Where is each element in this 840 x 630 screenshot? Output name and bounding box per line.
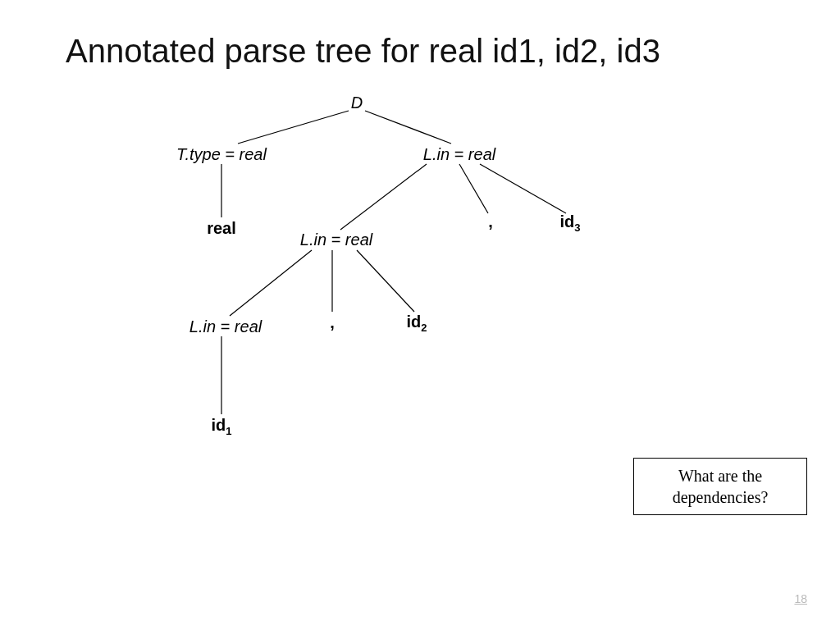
node-id1: id1: [211, 416, 231, 437]
node-comma1: ,: [488, 212, 493, 231]
parse-tree: D T.type = real L.in = real real L.in = …: [131, 90, 623, 484]
node-real: real: [207, 219, 236, 238]
svg-line-0: [238, 111, 349, 144]
page-number: 18: [794, 592, 807, 605]
node-L2: L.in = real: [300, 231, 372, 249]
node-L3: L.in = real: [189, 317, 262, 336]
slide: Annotated parse tree for real id1, id2, …: [0, 0, 840, 630]
svg-line-1: [365, 111, 451, 144]
svg-line-4: [459, 164, 488, 213]
node-comma2: ,: [330, 313, 335, 332]
svg-line-5: [480, 164, 566, 213]
node-L1: L.in = real: [423, 145, 495, 164]
svg-line-3: [340, 164, 427, 230]
node-D: D: [351, 94, 363, 112]
question-box: What are the dependencies?: [633, 458, 807, 515]
node-T-type: T.type = real: [176, 145, 267, 164]
node-id2: id2: [406, 313, 427, 334]
node-id3: id3: [559, 212, 580, 234]
slide-title: Annotated parse tree for real id1, id2, …: [66, 33, 660, 70]
svg-line-8: [357, 250, 414, 312]
svg-line-6: [230, 250, 312, 316]
